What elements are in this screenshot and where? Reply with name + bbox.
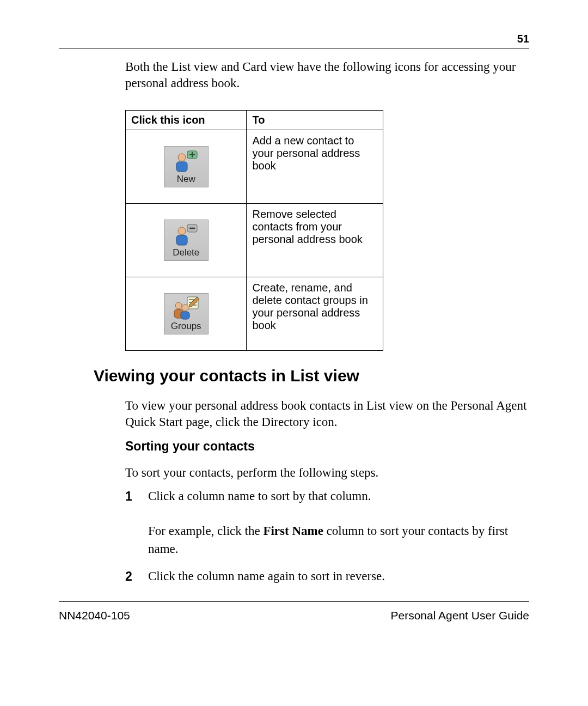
table-header-icon: Click this icon	[126, 110, 247, 130]
desc-cell-new: Add a new contact to your personal addre…	[247, 130, 383, 203]
svg-rect-5	[176, 235, 187, 245]
procedure-steps: 1 Click a column name to sort by that co…	[125, 488, 539, 595]
icon-cell-groups: Groups	[126, 277, 247, 350]
step-2: 2 Click the column name again to sort in…	[125, 568, 539, 585]
new-contact-icon	[164, 149, 208, 173]
table-header-to: To	[247, 110, 383, 130]
step-number: 1	[125, 488, 132, 505]
icon-cell-delete: Delete	[126, 203, 247, 277]
new-contact-button[interactable]: New	[164, 146, 209, 187]
icon-cell-new: New	[126, 130, 247, 203]
footer-rule	[59, 601, 529, 602]
page-number: 51	[517, 33, 529, 45]
step-1-line-2a: For example, click the	[148, 524, 263, 538]
step-1: 1 Click a column name to sort by that co…	[125, 488, 539, 558]
svg-point-7	[175, 302, 182, 309]
paragraph-after-h1: To view your personal address book conta…	[125, 398, 539, 430]
table-row: New Add a new contact to your personal a…	[126, 130, 383, 203]
svg-point-1	[178, 154, 186, 161]
svg-rect-2	[176, 162, 187, 172]
header-rule	[59, 48, 529, 48]
delete-contact-button[interactable]: Delete	[164, 220, 209, 261]
svg-rect-10	[181, 312, 189, 319]
groups-label: Groups	[164, 321, 208, 332]
new-contact-label: New	[164, 174, 208, 185]
step-1-line-1: Click a column name to sort by that colu…	[148, 489, 371, 503]
desc-cell-delete: Remove selected contacts from your perso…	[247, 203, 383, 277]
groups-icon	[164, 296, 208, 320]
desc-cell-groups: Create, rename, and delete contact group…	[247, 277, 383, 350]
table-row: Groups Create, rename, and delete contac…	[126, 277, 383, 350]
groups-button[interactable]: Groups	[164, 293, 209, 334]
svg-point-9	[182, 305, 188, 311]
content-block: Both the List view and Card view have th…	[125, 59, 534, 351]
intro-paragraph: Both the List view and Card view have th…	[125, 59, 534, 92]
delete-contact-label: Delete	[164, 247, 208, 258]
heading-1: Viewing your contacts in List view	[94, 367, 359, 385]
icon-reference-table: Click this icon To	[125, 110, 383, 351]
first-name-emphasis: First Name	[263, 524, 323, 538]
document-page: 51 Both the List view and Card view have…	[0, 0, 588, 706]
footer-doc-title: Personal Agent User Guide	[391, 609, 529, 622]
heading-2: Sorting your contacts	[125, 439, 255, 454]
svg-point-4	[178, 227, 186, 235]
table-row: Delete Remove selected contacts from you…	[126, 203, 383, 277]
delete-contact-icon	[164, 222, 208, 246]
step-2-line-1: Click the column name again to sort in r…	[148, 569, 385, 583]
paragraph-after-h2: To sort your contacts, perform the follo…	[125, 465, 539, 481]
step-number: 2	[125, 568, 132, 585]
footer-doc-id: NN42040-105	[59, 609, 130, 622]
